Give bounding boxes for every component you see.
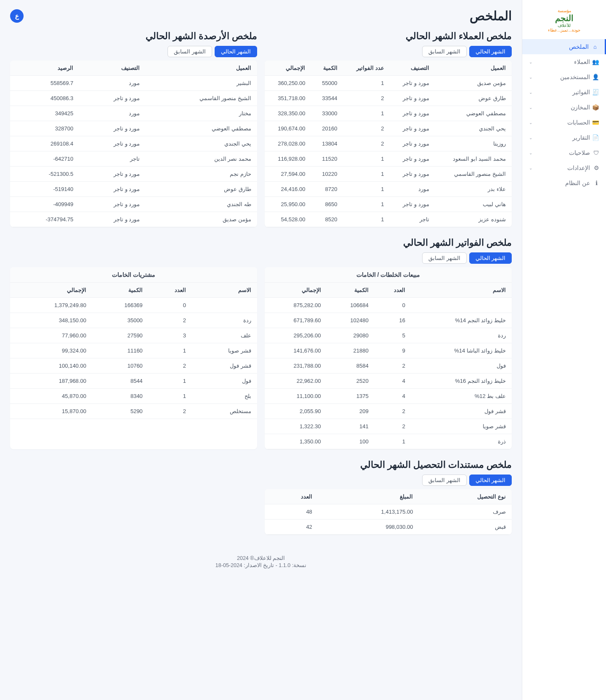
cell: 10220: [311, 167, 343, 182]
cell: مورد و تاجر: [79, 212, 146, 227]
page-title: الملخص: [470, 8, 512, 23]
tab-current-month[interactable]: الشهر الحالي: [215, 46, 257, 57]
cell: 1: [149, 389, 192, 404]
col-header: الاسم: [192, 283, 257, 298]
cell: شنوده عزيز: [435, 212, 512, 227]
nav-label: التقارير: [572, 134, 590, 141]
nav-item-الفواتير[interactable]: 🧾الفواتير⌄: [522, 85, 606, 100]
nav-item-الإعدادات[interactable]: ⚙الإعدادات⌄: [522, 160, 606, 175]
tab-previous-month[interactable]: الشهر السابق: [422, 252, 466, 264]
cell: فول: [411, 358, 512, 374]
col-header: الإجمالي: [265, 283, 327, 298]
nav-item-الحسابات[interactable]: 💳الحسابات⌄: [522, 115, 606, 130]
cell: 11520: [311, 151, 343, 167]
nav-label: الفواتير: [572, 89, 590, 95]
cell: البشير: [146, 76, 257, 91]
cell: مورد و تاجر: [79, 197, 146, 212]
nav-icon: 📄: [593, 134, 599, 141]
nav-item-التقارير[interactable]: 📄التقارير⌄: [522, 130, 606, 145]
cell: 16: [375, 313, 411, 328]
cell: مورد: [390, 182, 435, 197]
nav-item-المستخدمين[interactable]: 👤المستخدمين⌄: [522, 69, 606, 85]
cell: قبض: [419, 520, 512, 535]
cell: مورد و تاجر: [390, 106, 435, 121]
col-header: الكمية: [92, 283, 149, 298]
nav-label: العملاء: [574, 58, 590, 65]
cell: قشر صويا: [411, 419, 512, 434]
col-header: العدد: [375, 283, 411, 298]
cell: 1: [343, 106, 390, 121]
cell: بلح: [192, 389, 257, 404]
table-row: صرف1,413,175.0048: [265, 504, 512, 520]
nav-item-العملاء[interactable]: 👥العملاء⌄: [522, 54, 606, 69]
tab-previous-month[interactable]: الشهر السابق: [422, 46, 466, 57]
purchases-subhead: مشتريات الخامات: [10, 267, 257, 283]
table-row: قشر فول210760100,140.00: [10, 358, 257, 374]
cell: 328700: [10, 121, 79, 136]
cell: 2: [149, 313, 192, 328]
cell: مؤمن صديق: [146, 212, 257, 227]
tab-previous-month[interactable]: الشهر السابق: [167, 46, 212, 57]
col-header: العدد: [265, 489, 318, 504]
chevron-down-icon: ⌄: [529, 166, 532, 170]
cell: مورد و تاجر: [79, 182, 146, 197]
cell: 2: [375, 404, 411, 419]
cell: 4: [375, 389, 411, 404]
collection-heading: ملخص مستندات التحصيل الشهر الحالي: [10, 459, 512, 470]
nav-icon: ⌂: [592, 44, 598, 50]
cell: 2: [343, 91, 390, 106]
nav-label: الإعدادات: [567, 164, 590, 171]
cell: 8650: [311, 197, 343, 212]
cell: 2520: [327, 374, 375, 389]
col-header: نوع التحصيل: [419, 489, 512, 504]
nav-item-المخازن[interactable]: 📦المخازن⌄: [522, 100, 606, 115]
purchases-table: الاسمالعددالكميةالإجمالي 01663691,379,24…: [10, 283, 257, 419]
cell: مؤمن صديق: [435, 76, 512, 91]
cell: 328,350.00: [265, 106, 311, 121]
tab-previous-month[interactable]: الشهر السابق: [422, 475, 466, 486]
table-row: بلح1834045,870.00: [10, 389, 257, 404]
cell: 1: [343, 197, 390, 212]
balances-heading: ملخص الأرصدة الشهر الحالي: [10, 31, 257, 42]
cell: 141: [327, 419, 375, 434]
table-row: يحي الجنديمورد و تاجر269108.4: [10, 136, 257, 151]
col-header: التصنيف: [390, 61, 435, 76]
cell: 295,206.00: [265, 328, 327, 343]
cell: 100: [327, 434, 375, 449]
balances-table: العميلالتصنيفالرصيد البشيرمورد558569.7ال…: [10, 61, 257, 227]
nav-item-الملخص[interactable]: ⌂الملخص: [522, 39, 606, 54]
tab-current-month[interactable]: الشهر الحالي: [469, 475, 512, 486]
cell: 671,789.60: [265, 313, 327, 328]
cell: 55000: [311, 76, 343, 91]
sales-table: الاسمالعددالكميةالإجمالي 0106684875,282.…: [265, 283, 512, 449]
user-avatar[interactable]: ع: [10, 9, 24, 23]
nav-item-عن النظام[interactable]: ℹعن النظام: [522, 175, 606, 191]
cell: الشيخ منصور القاسمي: [146, 91, 257, 106]
nav-icon: 💳: [593, 119, 599, 126]
cell: مورد و تاجر: [390, 121, 435, 136]
col-header: الإجمالي: [265, 61, 311, 76]
tab-current-month[interactable]: الشهر الحالي: [469, 252, 512, 264]
cell: مختار: [146, 106, 257, 121]
table-row: خليط زوائد النجم 14%16102480671,789.60: [265, 313, 512, 328]
cell: 2: [343, 121, 390, 136]
cell: 11160: [92, 343, 149, 358]
cell: 2: [375, 358, 411, 374]
table-row: شنوده عزيزتاجر1852054,528.00: [265, 212, 512, 227]
nav-item-صلاحيات[interactable]: 🛡صلاحيات⌄: [522, 145, 606, 160]
nav-icon: 👥: [593, 58, 599, 65]
col-header: العميل: [435, 61, 512, 76]
cell: 2,055.90: [265, 404, 327, 419]
nav-label: صلاحيات: [569, 149, 590, 156]
col-header: الاسم: [411, 283, 512, 298]
cell: 0: [149, 298, 192, 313]
table-row: مصطفي العوضيمورد و تاجر328700: [10, 121, 257, 136]
cell: 42: [265, 520, 318, 535]
cell: 642710-: [10, 151, 79, 167]
cell: يحي الجندي: [435, 121, 512, 136]
cell: مورد و تاجر: [390, 76, 435, 91]
cell: 5290: [92, 404, 149, 419]
chevron-down-icon: ⌄: [529, 60, 532, 64]
table-row: محمد السيد ابو السعودمورد و تاجر11152011…: [265, 151, 512, 167]
tab-current-month[interactable]: الشهر الحالي: [469, 46, 512, 57]
